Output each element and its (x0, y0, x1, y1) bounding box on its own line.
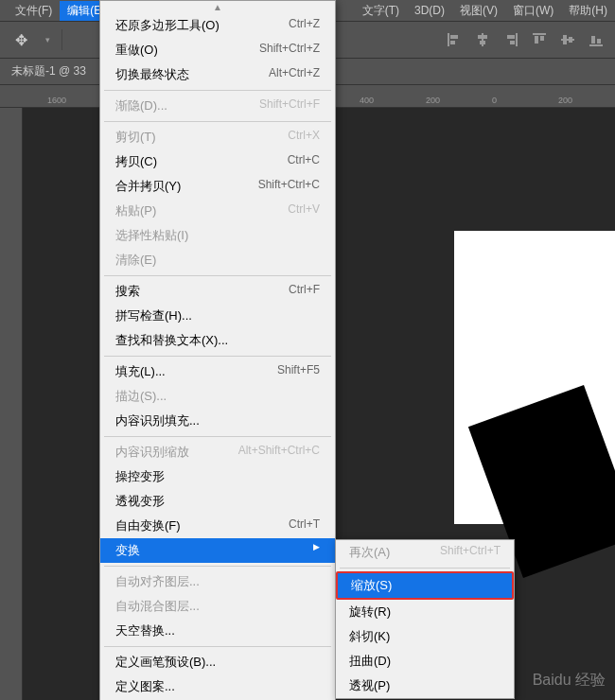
svg-rect-11 (540, 36, 544, 41)
menu-separator (340, 568, 510, 569)
menu-separator (104, 436, 331, 437)
submenu-item: 再次(A)Shift+Ctrl+T (336, 540, 514, 565)
submenu-item[interactable]: 透视(P) (336, 674, 514, 698)
menu-item: 剪切(T)Ctrl+X (100, 125, 335, 149)
align-top-icon[interactable] (532, 32, 547, 47)
menu-item: 自动混合图层... (100, 594, 335, 619)
menu-window[interactable]: 窗口(W) (505, 1, 561, 21)
edit-menu-dropdown: ▲ 还原多边形工具(O)Ctrl+Z重做(O)Shift+Ctrl+Z切换最终状… (99, 0, 336, 700)
svg-rect-2 (450, 41, 455, 44)
svg-rect-16 (591, 36, 595, 44)
menu-view[interactable]: 视图(V) (452, 1, 505, 21)
svg-rect-17 (597, 39, 601, 44)
watermark: Baidu 经验 (533, 671, 606, 691)
submenu-item[interactable]: 斜切(K) (336, 624, 514, 649)
menu-item[interactable]: 天空替换... (100, 619, 335, 643)
menu-item: 粘贴(P)Ctrl+V (100, 199, 335, 223)
svg-rect-8 (510, 41, 515, 44)
menu-help[interactable]: 帮助(H) (561, 1, 615, 21)
menu-item[interactable]: 内容识别填充... (100, 409, 335, 433)
svg-rect-6 (516, 33, 518, 46)
menu-separator (104, 356, 331, 357)
svg-rect-4 (478, 35, 487, 39)
svg-rect-1 (450, 35, 458, 39)
align-bottom-icon[interactable] (589, 32, 604, 47)
menu-item[interactable]: 合并拷贝(Y)Shift+Ctrl+C (100, 174, 335, 199)
menu-item: 渐隐(D)...Shift+Ctrl+F (100, 94, 335, 118)
submenu-item[interactable]: 旋转(R) (336, 600, 514, 624)
menu-item: 描边(S)... (100, 384, 335, 409)
align-center-h-icon[interactable] (475, 32, 490, 47)
svg-rect-5 (480, 41, 485, 44)
svg-rect-14 (569, 37, 572, 43)
transform-submenu: 再次(A)Shift+Ctrl+T缩放(S)旋转(R)斜切(K)扭曲(D)透视(… (335, 539, 515, 699)
chevron-right-icon: ▶ (304, 542, 320, 559)
align-left-icon[interactable] (447, 32, 462, 47)
menu-item[interactable]: 拷贝(C)Ctrl+C (100, 149, 335, 174)
menu-item: 选择性粘贴(I) (100, 223, 335, 248)
svg-rect-7 (507, 35, 515, 39)
menu-item: 自动对齐图层... (100, 569, 335, 594)
menu-item: 内容识别缩放Alt+Shift+Ctrl+C (100, 440, 335, 464)
menu-item[interactable]: 定义图案... (100, 674, 335, 699)
menu-item[interactable]: 拼写检查(H)... (100, 304, 335, 328)
menu-item[interactable]: 重做(O)Shift+Ctrl+Z (100, 38, 335, 62)
divider (62, 29, 62, 50)
svg-rect-10 (535, 36, 538, 44)
menu-item[interactable]: 还原多边形工具(O)Ctrl+Z (100, 13, 335, 38)
menu-item[interactable]: 操控变形 (100, 464, 335, 489)
menu-item: 清除(E) (100, 248, 335, 272)
align-right-icon[interactable] (503, 32, 518, 47)
menu-file[interactable]: 文件(F) (8, 1, 60, 21)
menu-item[interactable]: 变换▶ (100, 538, 335, 563)
align-center-v-icon[interactable] (560, 32, 575, 47)
ruler-vertical (0, 108, 23, 700)
svg-rect-0 (448, 33, 449, 46)
svg-rect-9 (533, 33, 546, 35)
submenu-item[interactable]: 扭曲(D) (336, 649, 514, 674)
menu-item[interactable]: 查找和替换文本(X)... (100, 328, 335, 353)
svg-rect-13 (563, 35, 567, 44)
menu-item[interactable]: 填充(L)...Shift+F5 (100, 359, 335, 384)
submenu-item[interactable]: 缩放(S) (336, 571, 514, 600)
menu-text[interactable]: 文字(T) (355, 1, 407, 21)
menu-separator (104, 90, 331, 91)
menu-3d[interactable]: 3D(D) (407, 2, 452, 19)
menu-item[interactable]: 透视变形 (100, 489, 335, 514)
menu-item[interactable]: 自由变换(F)Ctrl+T (100, 514, 335, 538)
menu-separator (104, 275, 331, 276)
menu-item[interactable]: 切换最终状态Alt+Ctrl+Z (100, 62, 335, 87)
scroll-up-icon[interactable]: ▲ (100, 1, 335, 13)
svg-rect-15 (589, 44, 603, 46)
menu-separator (104, 566, 331, 567)
menu-separator (104, 121, 331, 122)
move-tool-icon[interactable]: ✥ (8, 26, 34, 53)
menu-item[interactable]: 定义画笔预设(B)... (100, 650, 335, 674)
menu-item[interactable]: 搜索Ctrl+F (100, 279, 335, 304)
menu-separator (104, 646, 331, 647)
